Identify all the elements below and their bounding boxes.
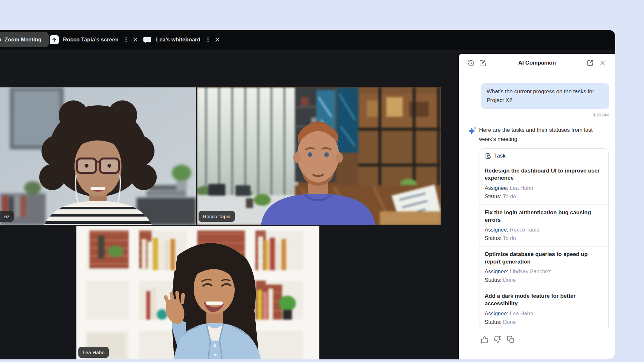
assignee-value: Lea Hahn [510,310,533,316]
task-card-header: Task [479,149,608,163]
video-tile-rocco[interactable]: Rocco Tapia [197,87,441,225]
status-label: Status: [485,319,501,325]
participant-video-illustration [76,226,319,359]
tab-menu-dots-icon[interactable] [205,36,211,44]
video-tile-lindsay[interactable]: ez [0,87,196,225]
window-tab-bar: Zoom Meeting Rocco Tapia’s screen Lea’ [0,30,615,50]
assignee-label: Assignee: [485,268,508,274]
thumbs-up-icon[interactable] [480,336,489,344]
video-camera-icon [0,38,1,41]
participant-video-illustration [0,87,196,225]
tab-zoom-meeting[interactable]: Zoom Meeting [0,32,49,47]
status-value: To do [503,193,516,199]
participant-name-tag: Lea Hahn [78,347,109,358]
assignee-label: Assignee: [485,310,508,316]
tab-label: Rocco Tapia’s screen [63,37,119,43]
assignee-label: Assignee: [485,185,508,191]
tab-label: Lea’s whiteboard [156,37,201,43]
status-value: Done [503,277,516,283]
tab-rocco-screen[interactable]: Rocco Tapia’s screen [50,30,138,50]
tab-label: Zoom Meeting [5,37,41,43]
ai-response-intro: Here are the tasks and their statuses fr… [479,126,609,143]
tab-close-icon[interactable] [133,37,138,43]
new-chat-icon[interactable] [479,59,487,67]
video-tile-lea[interactable]: Lea Hahn [76,226,319,359]
status-label: Status: [485,235,501,241]
desktop-background: Zoom Meeting Rocco Tapia’s screen Lea’ [0,0,644,362]
participant-name-tag: ez [0,211,14,222]
zoom-meeting-window: Zoom Meeting Rocco Tapia’s screen Lea’ [0,30,615,359]
task-card: Task Redesign the dashboard UI to improv… [479,148,609,330]
message-timestamp: 9:20 AM [459,113,609,117]
task-list-icon [485,153,491,159]
task-title: Fix the login authentication bug causing… [485,209,603,224]
status-value: To do [503,235,516,241]
tab-lea-whiteboard[interactable]: Lea’s whiteboard [143,30,220,50]
task-item: Fix the login authentication bug causing… [479,205,608,247]
participant-video-illustration [197,87,441,225]
assignee-value: Lindsay Sanchez [510,268,551,274]
tab-close-icon[interactable] [215,37,220,43]
task-title: Optimize database queries to speed up re… [485,251,603,265]
screen-share-icon [50,35,59,44]
task-title: Add a dark mode feature for better acces… [485,293,603,307]
ai-companion-sparkle-icon [467,126,477,136]
task-title: Redesign the dashboard UI to improve use… [485,167,603,182]
status-value: Done [503,319,516,325]
response-actions [480,336,615,344]
status-label: Status: [485,277,501,283]
task-item: Add a dark mode feature for better acces… [479,288,608,330]
history-icon[interactable] [467,59,475,67]
task-item: Optimize database queries to speed up re… [479,247,608,288]
assignee-label: Assignee: [485,227,508,233]
thumbs-down-icon[interactable] [493,336,502,344]
ai-panel-header: AI Companion [459,54,615,72]
user-message-bubble: What’s the current progress on the tasks… [481,83,609,109]
tab-menu-dots-icon[interactable] [123,36,129,44]
assignee-value: Lea Hahn [510,185,533,191]
assignee-value: Rocco Tapia [510,227,539,233]
ai-companion-panel: AI Companion What’s the current progress… [459,54,615,359]
whiteboard-icon [143,35,152,44]
copy-icon[interactable] [507,336,515,344]
task-item: Redesign the dashboard UI to improve use… [479,163,608,205]
task-card-title: Task [494,153,506,159]
close-panel-icon[interactable] [599,59,606,67]
ai-response: Here are the tasks and their statuses fr… [467,126,609,143]
status-label: Status: [485,193,501,199]
participant-name-tag: Rocco Tapia [199,211,235,222]
pop-out-icon[interactable] [586,59,594,67]
